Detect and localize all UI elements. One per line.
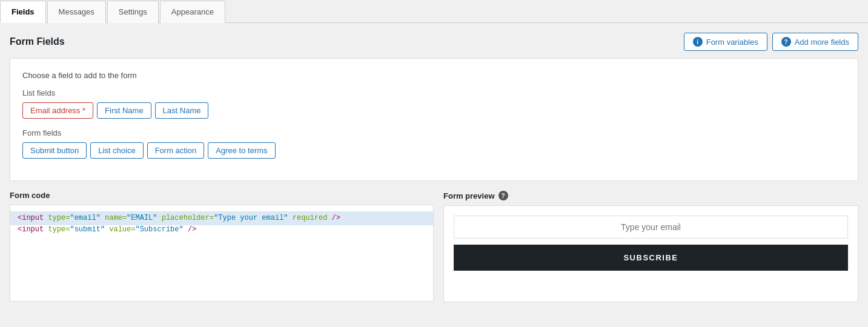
tab-settings[interactable]: Settings	[107, 1, 159, 23]
form-code-title: Form code	[10, 191, 434, 200]
preview-subscribe-button[interactable]: SUBSCRIBE	[454, 245, 848, 271]
form-preview-title: Form preview ?	[443, 191, 858, 200]
add-more-fields-button[interactable]: ? Add more fields	[772, 33, 858, 51]
form-fields-label: Form fields	[22, 128, 846, 137]
section-header: Form Fields i Form variables ? Add more …	[10, 33, 858, 51]
tab-fields[interactable]: Fields	[0, 1, 46, 23]
chip-form-action[interactable]: Form action	[147, 142, 205, 159]
add-more-fields-label: Add more fields	[795, 38, 849, 47]
fields-panel: Choose a field to add to the form List f…	[10, 58, 858, 181]
form-code-block[interactable]: <input type="email" name="EMAIL" placeho…	[10, 205, 434, 302]
code-line-1: <input type="email" name="EMAIL" placeho…	[10, 211, 433, 225]
bottom-section: Form code <input type="email" name="EMAI…	[10, 191, 858, 302]
chip-agree-to-terms[interactable]: Agree to terms	[208, 142, 275, 159]
list-fields-label: List fields	[22, 88, 846, 97]
preview-email-input[interactable]	[454, 216, 848, 239]
list-field-chips: Email address * First Name Last Name	[22, 102, 846, 119]
tabs-bar: Fields Messages Settings Appearance	[0, 0, 868, 23]
tab-messages[interactable]: Messages	[47, 1, 106, 23]
form-code-area: Form code <input type="email" name="EMAI…	[10, 191, 434, 302]
info-icon: i	[693, 37, 703, 47]
form-variables-label: Form variables	[706, 38, 758, 47]
form-preview-area: Form preview ? SUBSCRIBE	[443, 191, 858, 302]
form-variables-button[interactable]: i Form variables	[684, 33, 767, 51]
add-icon: ?	[781, 37, 791, 47]
form-field-chips: Submit button List choice Form action Ag…	[22, 142, 846, 159]
chip-last-name[interactable]: Last Name	[155, 102, 209, 119]
header-buttons: i Form variables ? Add more fields	[684, 33, 858, 51]
preview-help-icon[interactable]: ?	[499, 191, 508, 200]
chip-submit-button[interactable]: Submit button	[22, 142, 87, 159]
chip-first-name[interactable]: First Name	[97, 102, 151, 119]
content-area: Form Fields i Form variables ? Add more …	[0, 23, 868, 312]
page-title: Form Fields	[10, 36, 65, 47]
chip-list-choice[interactable]: List choice	[90, 142, 143, 159]
preview-panel: SUBSCRIBE	[443, 205, 858, 302]
chip-email-address[interactable]: Email address *	[22, 102, 93, 119]
code-line-2: <input type="submit" value="Subscribe" /…	[18, 224, 426, 236]
fields-instruction: Choose a field to add to the form	[22, 71, 846, 80]
tab-appearance[interactable]: Appearance	[160, 1, 225, 23]
